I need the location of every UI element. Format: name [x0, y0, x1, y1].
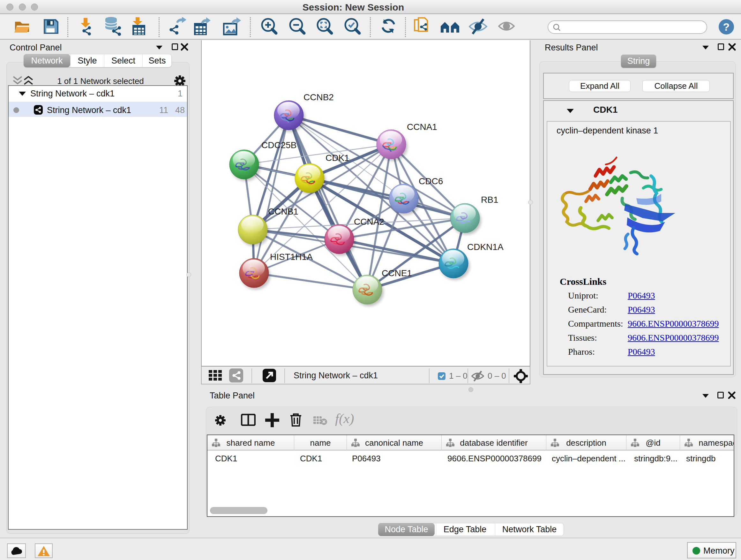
svg-text:RB1: RB1	[481, 195, 498, 205]
svg-text:CCNA2: CCNA2	[354, 217, 384, 227]
svg-text:CDKN1A: CDKN1A	[467, 242, 503, 252]
svg-text:CCNA1: CCNA1	[407, 122, 437, 132]
svg-text:CCNB1: CCNB1	[268, 206, 298, 216]
svg-text:CCNB2: CCNB2	[304, 92, 334, 102]
svg-text:CDC25B: CDC25B	[261, 140, 296, 150]
svg-text:HIST1H1A: HIST1H1A	[270, 252, 313, 262]
svg-text:CDK1: CDK1	[326, 153, 349, 163]
svg-text:CCNE1: CCNE1	[382, 268, 412, 278]
svg-text:CDC6: CDC6	[419, 176, 443, 186]
